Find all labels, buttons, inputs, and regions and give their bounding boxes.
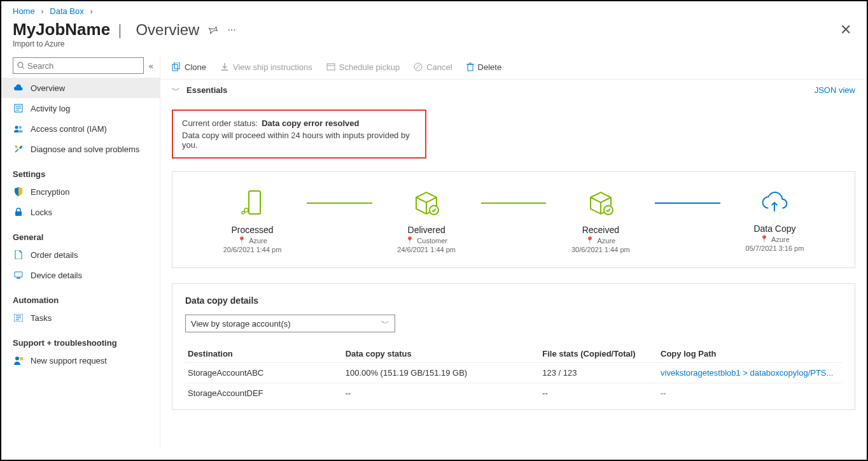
cell-status: -- [343,383,540,404]
sidebar-item-activity[interactable]: Activity log [1,98,160,118]
cell-destination: StorageAccountABC [185,363,343,383]
breadcrumb-home[interactable]: Home [13,6,35,16]
data-copy-table: Destination Data copy status File stats … [185,345,842,403]
stage-title: Data Copy [720,223,829,234]
pin-icon[interactable] [208,25,218,35]
trash-icon [466,62,474,71]
col-status: Data copy status [343,345,540,363]
cell-stats: 123 / 123 [540,363,658,383]
data-copy-title: Data copy details [185,295,842,306]
sidebar-item-tasks[interactable]: Tasks [1,308,160,328]
chevron-down-icon: ﹀ [172,85,180,96]
view-by-label: View by storage account(s) [191,319,291,329]
timeline-card: Processed 📍Azure 20/6/2021 1:44 pm Deliv… [172,171,855,268]
col-destination: Destination [185,345,343,363]
activity-log-icon [13,104,24,113]
stage-location: Azure [249,237,267,245]
server-icon [239,188,267,216]
delete-button[interactable]: Delete [466,62,502,72]
connector [481,202,547,204]
sidebar-group-support: Support + troubleshooting [1,328,160,350]
pin-location-icon: 📍 [585,236,594,245]
breadcrumb-databox[interactable]: Data Box [50,6,83,16]
sidebar-group-general: General [1,222,160,245]
sidebar-item-encryption[interactable]: Encryption [1,181,160,202]
status-box: Current order status: Data copy error re… [172,110,426,159]
table-row: StorageAccountDEF -- -- -- [185,383,842,404]
copy-log-link[interactable]: -- [661,388,666,398]
svg-rect-18 [327,64,335,70]
collapse-sidebar-icon[interactable]: « [149,61,153,71]
stage-timestamp: 20/6/2021 1:44 pm [198,246,307,253]
breadcrumb: Home › Data Box › [1,1,867,17]
toolbar-label: Cancel [426,62,452,72]
stage-title: Received [546,225,655,235]
device-icon [13,271,24,279]
svg-point-27 [244,208,248,212]
chevron-down-icon: ﹀ [381,318,389,329]
essentials-label: Essentials [186,85,227,95]
sidebar-item-device-details[interactable]: Device details [1,265,160,285]
col-log: Copy log Path [658,345,842,363]
stage-datacopy: Data Copy 📍Azure 05/7/2021 3:16 pm [720,188,829,252]
sidebar-item-label: Access control (IAM) [31,124,107,134]
svg-rect-10 [17,278,20,279]
sidebar-item-locks[interactable]: Locks [1,202,160,222]
sidebar-item-new-support[interactable]: New support request [1,350,160,371]
search-input-wrap[interactable] [13,57,144,74]
svg-point-28 [242,211,244,214]
clone-icon [172,62,181,71]
search-input[interactable] [27,61,139,71]
sidebar-item-label: New support request [31,356,107,365]
toolbar: Clone View ship instructions Schedule pi… [160,55,867,79]
cancel-button: Cancel [414,62,452,72]
view-ship-button: View ship instructions [220,62,312,72]
sidebar-item-iam[interactable]: Access control (IAM) [1,118,160,139]
sidebar-item-order-details[interactable]: Order details [1,245,160,265]
svg-rect-8 [15,211,22,216]
cloud-upload-icon [760,188,788,216]
pin-location-icon: 📍 [405,236,414,245]
copy-log-link[interactable]: vivekstoragetestblob1 > databoxcopylog/P… [661,368,833,378]
sidebar-group-settings: Settings [1,159,160,181]
title-separator: | [118,21,122,39]
document-icon [13,250,24,259]
schedule-pickup-button: Schedule pickup [326,62,400,72]
cloud-icon [13,84,24,92]
sidebar-item-overview[interactable]: Overview [1,78,160,98]
json-view-link[interactable]: JSON view [815,85,855,95]
sidebar-item-diagnose[interactable]: Diagnose and solve problems [1,139,160,159]
stage-location: Azure [771,236,790,243]
svg-rect-17 [174,62,179,69]
toolbar-label: Delete [478,62,502,72]
stage-processed: Processed 📍Azure 20/6/2021 1:44 pm [198,188,307,253]
sidebar-item-label: Device details [31,271,82,280]
more-icon[interactable]: ··· [227,24,235,36]
calendar-icon [326,63,335,71]
page-title-section: Overview [136,21,199,39]
status-value: Data copy error resolved [262,118,359,128]
status-label: Current order status: [182,118,258,128]
svg-rect-22 [468,64,473,71]
sidebar-item-label: Locks [31,208,52,217]
sidebar-item-label: Diagnose and solve problems [31,145,139,154]
sidebar: « Overview Activity log Access control (… [1,55,160,450]
stage-timestamp: 05/7/2021 3:16 pm [720,245,829,252]
main-content: Clone View ship instructions Schedule pi… [160,55,867,450]
stage-location: Azure [597,237,615,245]
sidebar-item-label: Overview [31,83,65,93]
svg-point-6 [15,126,18,129]
search-icon [17,62,25,69]
status-detail: Data copy will proceed within 24 hours w… [182,131,416,150]
svg-rect-9 [15,272,22,277]
close-icon[interactable]: ✕ [840,22,851,38]
page-title-job: MyJobName [13,20,110,39]
toolbar-label: Clone [185,62,206,72]
chevron-right-icon: › [90,6,92,16]
view-by-select[interactable]: View by storage account(s) ﹀ [185,315,395,332]
essentials-bar[interactable]: ﹀ Essentials JSON view [160,79,867,101]
sidebar-item-label: Order details [31,250,78,260]
cell-status: 100.00% (151.19 GB/151.19 GB) [343,363,540,383]
svg-rect-16 [172,64,178,71]
clone-button[interactable]: Clone [172,62,206,72]
